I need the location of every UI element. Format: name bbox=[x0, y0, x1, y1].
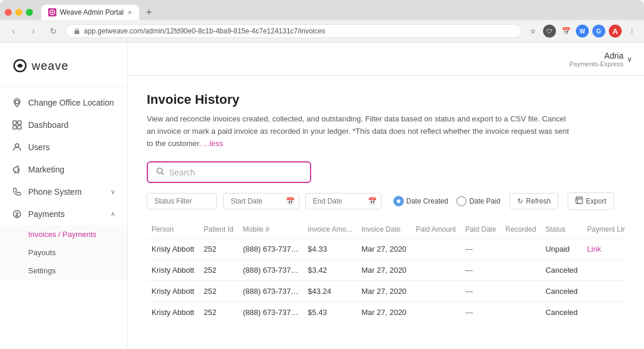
date-created-toggle[interactable]: Date Created bbox=[393, 196, 448, 206]
svg-rect-13 bbox=[576, 197, 582, 204]
tab-close-icon[interactable]: ✕ bbox=[127, 9, 132, 16]
cell-mobile: (888) 673-737… bbox=[238, 281, 304, 302]
col-patient-id: Patient Id bbox=[199, 221, 238, 239]
col-recorded: Recorded bbox=[501, 221, 541, 239]
user-avatar[interactable]: A bbox=[609, 25, 622, 38]
sidebar-item-dashboard[interactable]: Dashboard bbox=[0, 114, 127, 136]
cell-person: Kristy Abbott bbox=[147, 302, 199, 323]
date-created-radio[interactable] bbox=[393, 196, 404, 206]
sidebar-item-change-office[interactable]: Change Office Location bbox=[0, 92, 127, 114]
description-less-link[interactable]: ...less bbox=[203, 139, 223, 148]
cell-status: Canceled bbox=[541, 281, 582, 302]
lock-icon bbox=[73, 28, 80, 35]
sidebar: weave Change Office Location Dashboard bbox=[0, 43, 128, 348]
refresh-button[interactable]: ↻ Refresh bbox=[510, 193, 558, 209]
user-menu[interactable]: Adria Payments-Express ∨ bbox=[569, 51, 632, 67]
cell-patient-id: 252 bbox=[199, 302, 238, 323]
sidebar-item-marketing[interactable]: Marketing bbox=[0, 158, 127, 181]
status-filter-input[interactable] bbox=[147, 193, 217, 209]
table-body: Kristy Abbott 252 (888) 673-737… $4.33 M… bbox=[147, 239, 625, 323]
cell-mobile: (888) 673-737… bbox=[238, 302, 304, 323]
sidebar-item-payments[interactable]: Payments ∧ bbox=[0, 203, 127, 225]
cell-mobile: (888) 673-737… bbox=[238, 260, 304, 281]
back-button[interactable]: ‹ bbox=[6, 23, 21, 39]
sidebar-item-users[interactable]: Users bbox=[0, 136, 127, 158]
date-paid-label: Date Paid bbox=[469, 197, 500, 205]
calendar-icon[interactable]: 📅 bbox=[559, 25, 572, 38]
col-paid-amount: Paid Amount bbox=[411, 221, 460, 239]
svg-rect-9 bbox=[18, 126, 21, 129]
cell-recorded bbox=[501, 239, 541, 260]
cell-invoice-date: Mar 27, 2020 bbox=[357, 302, 412, 323]
content-area: Invoice History View and reconcile invoi… bbox=[128, 76, 644, 339]
sidebar-item-settings[interactable]: Settings bbox=[0, 262, 127, 280]
cell-paid-date: — bbox=[460, 239, 501, 260]
sidebar-item-invoices-payments[interactable]: Invoices / Payments bbox=[0, 225, 127, 243]
cell-recorded bbox=[501, 281, 541, 302]
date-paid-radio[interactable] bbox=[456, 196, 467, 206]
search-icon bbox=[156, 167, 164, 177]
cell-paid-amount bbox=[411, 281, 460, 302]
cell-patient-id: 252 bbox=[199, 239, 238, 260]
sidebar-item-payouts[interactable]: Payouts bbox=[0, 243, 127, 262]
cell-recorded bbox=[501, 260, 541, 281]
table-row: Kristy Abbott 252 (888) 673-737… $4.33 M… bbox=[147, 239, 625, 260]
cell-invoice-date: Mar 27, 2020 bbox=[357, 281, 412, 302]
window-controls bbox=[5, 9, 33, 16]
end-date-calendar-icon[interactable]: 📅 bbox=[368, 197, 377, 205]
payments-chevron-icon: ∧ bbox=[110, 210, 116, 218]
cell-invoice-amount: $3.42 bbox=[303, 260, 356, 281]
col-invoice-date: Invoice Date bbox=[357, 221, 412, 239]
svg-rect-6 bbox=[13, 121, 16, 124]
search-bar bbox=[147, 161, 311, 183]
sidebar-item-phone-system[interactable]: Phone System ∨ bbox=[0, 181, 127, 203]
more-icon[interactable]: ⋮ bbox=[625, 25, 638, 38]
nav-bar: ‹ › ↻ app.getweave.com/admin/12fd90e0-8c… bbox=[0, 20, 644, 43]
cell-invoice-date: Mar 27, 2020 bbox=[357, 260, 412, 281]
payments-submenu: Invoices / Payments Payouts Settings bbox=[0, 225, 127, 280]
sidebar-nav: Change Office Location Dashboard Users M… bbox=[0, 87, 127, 348]
start-date-calendar-icon[interactable]: 📅 bbox=[286, 197, 295, 205]
minimize-button[interactable] bbox=[15, 9, 22, 16]
export-button[interactable]: Export bbox=[568, 192, 614, 210]
table-row: Kristy Abbott 252 (888) 673-737… $43.24 … bbox=[147, 281, 625, 302]
export-icon bbox=[575, 196, 583, 206]
page-description: View and reconcile invoices created, col… bbox=[147, 113, 569, 150]
maximize-button[interactable] bbox=[26, 9, 33, 16]
google-icon[interactable]: G bbox=[592, 25, 605, 38]
filters-row: 📅 📅 Date Created bbox=[147, 192, 625, 210]
reload-button[interactable]: ↻ bbox=[46, 23, 61, 39]
cell-paid-amount bbox=[411, 302, 460, 323]
right-panel: Adria Payments-Express ∨ Invoice History… bbox=[128, 43, 644, 348]
cell-payment-link[interactable]: Link bbox=[582, 239, 625, 260]
shield-icon[interactable]: 🛡 bbox=[543, 25, 556, 38]
tab-favicon bbox=[48, 8, 56, 16]
new-tab-button[interactable]: + bbox=[141, 5, 157, 20]
sidebar-item-marketing-label: Marketing bbox=[28, 165, 116, 174]
user-role: Payments-Express bbox=[569, 60, 623, 67]
search-input[interactable] bbox=[169, 168, 302, 177]
cell-payment-link bbox=[582, 281, 625, 302]
cell-invoice-amount: $43.24 bbox=[303, 281, 356, 302]
address-bar[interactable]: app.getweave.com/admin/12fd90e0-8c1b-4ba… bbox=[66, 24, 522, 38]
star-icon[interactable]: ☆ bbox=[527, 25, 540, 38]
cell-mobile: (888) 673-737… bbox=[238, 239, 304, 260]
cell-paid-date: — bbox=[460, 260, 501, 281]
close-button[interactable] bbox=[5, 9, 12, 16]
search-bar-container bbox=[147, 161, 625, 183]
active-tab[interactable]: Weave Admin Portal ✕ bbox=[41, 5, 139, 20]
cell-patient-id: 252 bbox=[199, 260, 238, 281]
date-paid-toggle[interactable]: Date Paid bbox=[456, 196, 500, 206]
logo-area: weave bbox=[0, 43, 127, 87]
col-person: Person bbox=[147, 221, 199, 239]
cell-payment-link bbox=[582, 302, 625, 323]
cell-paid-amount bbox=[411, 260, 460, 281]
sidebar-item-users-label: Users bbox=[28, 143, 116, 152]
weave-icon[interactable]: W bbox=[576, 25, 589, 38]
col-mobile: Mobile # bbox=[238, 221, 304, 239]
forward-button[interactable]: › bbox=[26, 23, 41, 39]
col-payment-link: Payment Link bbox=[582, 221, 625, 239]
tab-title: Weave Admin Portal bbox=[60, 8, 124, 16]
logo-svg: weave bbox=[12, 55, 94, 77]
col-invoice-amount: Invoice Amo... bbox=[303, 221, 356, 239]
